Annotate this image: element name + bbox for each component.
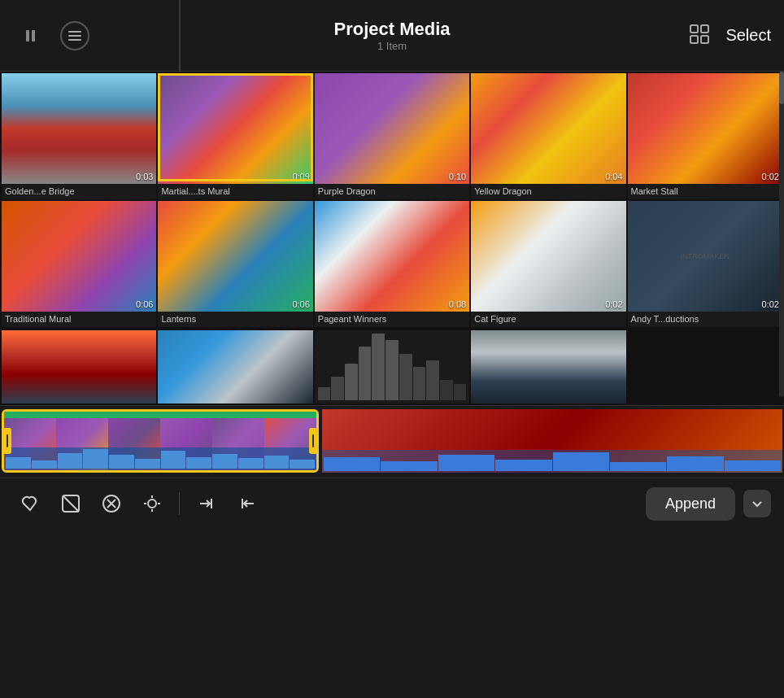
waveform-visual — [315, 330, 469, 404]
media-item-purple-dragon[interactable]: 0:10 Purple Dragon — [315, 73, 469, 199]
header-right: Select — [688, 23, 771, 49]
media-item-martial-mural[interactable]: 0:09 Martial....ts Mural — [158, 73, 312, 199]
media-item-golden-gate[interactable]: 0:03 Golden...e Bridge — [2, 73, 156, 199]
append-button[interactable]: Append — [646, 487, 735, 521]
media-item-traditional-mural[interactable]: 0:06 Traditional Mural — [2, 201, 156, 327]
header: Project Media 1 Item Select — [0, 0, 784, 72]
media-thumbnail — [628, 330, 782, 404]
keyword-button[interactable] — [135, 486, 169, 521]
media-label: Pageant Winners — [315, 312, 469, 327]
duration-badge: 0:02 — [605, 299, 622, 309]
media-item-andy[interactable]: INTROMAKER 0:02 Andy T...ductions — [628, 201, 782, 327]
media-grid: 0:03 Golden...e Bridge 0:09 Martial....t… — [0, 72, 784, 329]
scrollbar[interactable] — [779, 72, 784, 397]
next-clip-thumb — [322, 409, 782, 473]
clip-waveform — [4, 447, 316, 470]
media-label: Martial....ts Mural — [158, 184, 312, 199]
media-item-row3-dark[interactable] — [628, 330, 782, 404]
media-item-yellow-dragon[interactable]: 0:04 Yellow Dragon — [471, 73, 625, 199]
clip-handle-right[interactable] — [309, 428, 317, 454]
media-thumbnail: INTROMAKER — [628, 201, 782, 312]
media-label: Lanterns — [158, 312, 312, 327]
media-thumbnail — [2, 330, 156, 404]
media-item-row3-1[interactable] — [2, 330, 156, 404]
duration-badge: 0:06 — [136, 299, 153, 309]
svg-rect-0 — [690, 25, 698, 33]
header-title: Project Media — [333, 19, 450, 40]
svg-line-5 — [63, 495, 79, 512]
media-label: Golden...e Bridge — [2, 184, 156, 199]
media-thumbnail — [158, 201, 312, 312]
favorite-button[interactable] — [13, 486, 47, 521]
clip-handle-left[interactable] — [3, 428, 11, 454]
timeline-section — [0, 405, 784, 478]
duration-badge: 0:04 — [605, 172, 622, 181]
select-button[interactable]: Select — [725, 26, 771, 45]
media-label: Andy T...ductions — [628, 312, 782, 327]
media-item-cat-figure[interactable]: 0:02 Cat Figure — [471, 201, 625, 327]
media-item-pageant-winners[interactable]: 0:08 Pageant Winners — [315, 201, 469, 327]
header-subtitle: 1 Item — [333, 40, 450, 52]
menu-button[interactable] — [60, 21, 89, 50]
timeline-clip-selected[interactable] — [2, 409, 319, 473]
media-item-market-stall[interactable]: 0:02 Market Stall — [628, 73, 782, 199]
append-label: Append — [665, 495, 716, 513]
media-thumbnail — [471, 330, 625, 404]
append-more-button[interactable] — [743, 490, 771, 517]
header-center: Project Media 1 Item — [333, 19, 450, 52]
reject-button[interactable] — [94, 486, 128, 521]
svg-rect-2 — [690, 36, 698, 43]
media-label: Yellow Dragon — [471, 184, 625, 199]
grid-view-button[interactable] — [688, 23, 711, 49]
media-thumbnail — [471, 201, 625, 312]
media-label: Traditional Mural — [2, 312, 156, 327]
bottom-toolbar: Append — [0, 478, 784, 529]
media-thumbnail — [2, 201, 156, 312]
start-to-playhead-button[interactable] — [230, 486, 264, 521]
duration-badge: 0:02 — [762, 172, 779, 181]
media-label: Market Stall — [628, 184, 782, 199]
duration-badge: 0:08 — [449, 299, 466, 309]
pause-button[interactable] — [13, 19, 47, 53]
hide-button[interactable] — [54, 486, 88, 521]
duration-badge: 0:09 — [292, 172, 309, 181]
duration-badge: 0:03 — [136, 172, 153, 181]
media-label: Purple Dragon — [315, 184, 469, 199]
media-item-lanterns[interactable]: 0:06 Lanterns — [158, 201, 312, 327]
svg-rect-1 — [701, 25, 708, 33]
duration-badge: 0:02 — [762, 299, 779, 309]
scrollbar-thumb[interactable] — [779, 72, 784, 104]
duration-badge: 0:06 — [292, 299, 309, 309]
media-grid-row3 — [0, 329, 784, 405]
next-clip-waveform — [322, 450, 782, 473]
svg-rect-3 — [701, 36, 708, 43]
toolbar-divider — [179, 492, 180, 515]
duration-badge: 0:10 — [449, 172, 466, 181]
vertical-indicator — [179, 0, 181, 72]
timeline-track — [0, 409, 784, 474]
media-thumbnail — [158, 330, 312, 404]
media-thumbnail — [315, 73, 469, 184]
media-thumbnail — [2, 73, 156, 184]
svg-point-9 — [148, 500, 156, 508]
end-to-playhead-button[interactable] — [189, 486, 224, 521]
media-item-row3-civic[interactable] — [471, 330, 625, 404]
media-thumbnail — [315, 201, 469, 312]
timeline-clip-next[interactable] — [322, 409, 782, 473]
media-thumbnail — [628, 73, 782, 184]
header-left — [13, 19, 89, 53]
media-item-row3-2[interactable] — [158, 330, 312, 404]
media-label: Cat Figure — [471, 312, 625, 327]
media-item-row3-waveform[interactable] — [315, 330, 469, 404]
media-thumbnail — [158, 73, 312, 184]
media-thumbnail — [471, 73, 625, 184]
